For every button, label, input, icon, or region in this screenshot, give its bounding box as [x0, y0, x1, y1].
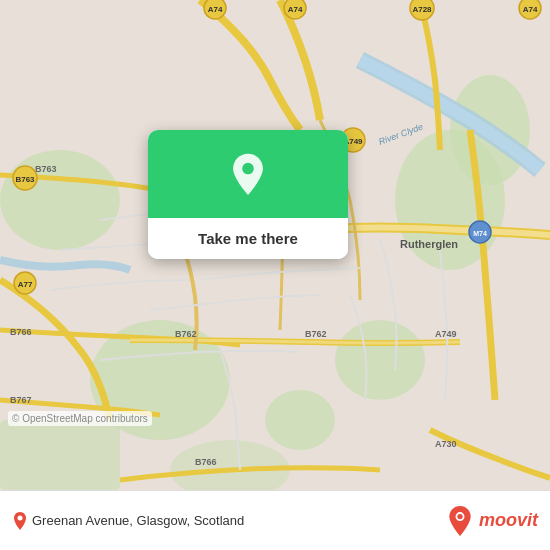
svg-text:A728: A728: [412, 5, 432, 14]
moovit-pin-icon: [446, 505, 474, 537]
svg-point-35: [242, 163, 254, 175]
small-location-pin-icon: [12, 511, 28, 531]
svg-text:A74: A74: [523, 5, 538, 14]
svg-point-38: [457, 513, 462, 518]
popup-icon-area: [148, 130, 348, 218]
svg-text:B763: B763: [15, 175, 35, 184]
location-info: Greenan Avenue, Glasgow, Scotland: [12, 511, 244, 531]
moovit-brand-text: moovit: [479, 510, 538, 531]
svg-text:A74: A74: [208, 5, 223, 14]
svg-rect-7: [0, 420, 120, 490]
svg-text:Rutherglen: Rutherglen: [400, 238, 458, 250]
bottom-bar: Greenan Avenue, Glasgow, Scotland moovit: [0, 490, 550, 550]
svg-text:M74: M74: [473, 230, 487, 237]
svg-text:A749: A749: [435, 329, 457, 339]
svg-text:A730: A730: [435, 439, 457, 449]
copyright-text: © OpenStreetMap contributors: [8, 411, 152, 426]
popup-card: Take me there: [148, 130, 348, 259]
svg-text:B763: B763: [35, 164, 57, 174]
take-me-there-button[interactable]: Take me there: [148, 218, 348, 259]
moovit-logo: moovit: [446, 505, 538, 537]
svg-point-6: [265, 390, 335, 450]
svg-point-5: [335, 320, 425, 400]
svg-text:A77: A77: [18, 280, 33, 289]
svg-point-36: [18, 515, 23, 520]
svg-text:B766: B766: [10, 327, 32, 337]
svg-text:B767: B767: [10, 395, 32, 405]
location-pin-icon: [224, 152, 272, 200]
svg-point-1: [0, 150, 120, 250]
svg-text:A74: A74: [288, 5, 303, 14]
svg-text:B762: B762: [175, 329, 197, 339]
map-container: B763 B766 B767 B762 B762 B766 A749 A730 …: [0, 0, 550, 490]
svg-text:B766: B766: [195, 457, 217, 467]
svg-text:B762: B762: [305, 329, 327, 339]
location-label: Greenan Avenue, Glasgow, Scotland: [32, 513, 244, 528]
